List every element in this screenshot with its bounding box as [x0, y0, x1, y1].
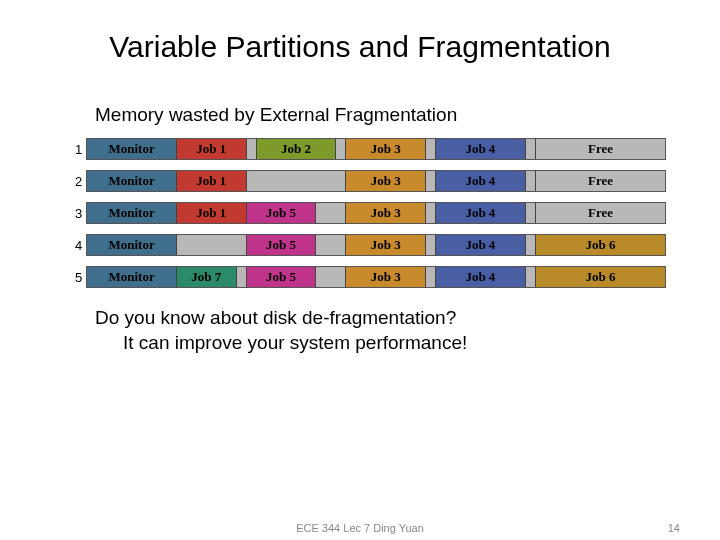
memory-bar: MonitorJob 1Job 3Job 4Free — [86, 170, 666, 192]
segment-gap — [177, 235, 247, 255]
slide-subtitle: Memory wasted by External Fragmentation — [95, 104, 680, 126]
segment-job3: Job 3 — [346, 235, 426, 255]
row-number: 4 — [75, 238, 82, 253]
bottom-text: Do you know about disk de-fragmentation?… — [95, 306, 680, 355]
segment-job6: Job 6 — [536, 235, 666, 255]
segment-gap — [247, 139, 257, 159]
segment-job3: Job 3 — [346, 171, 426, 191]
segment-monitor: Monitor — [87, 203, 177, 223]
segment-free: Free — [536, 139, 666, 159]
segment-gap — [316, 235, 346, 255]
slide-title: Variable Partitions and Fragmentation — [40, 30, 680, 64]
segment-job7: Job 7 — [177, 267, 237, 287]
segment-job5: Job 5 — [247, 267, 317, 287]
segment-job5: Job 5 — [247, 203, 317, 223]
segment-job3: Job 3 — [346, 203, 426, 223]
segment-monitor: Monitor — [87, 235, 177, 255]
memory-bar: MonitorJob 1Job 2Job 3Job 4Free — [86, 138, 666, 160]
segment-job2: Job 2 — [257, 139, 337, 159]
segment-gap — [247, 171, 347, 191]
segment-gap — [526, 203, 536, 223]
segment-monitor: Monitor — [87, 171, 177, 191]
segment-job6: Job 6 — [536, 267, 666, 287]
segment-gap — [426, 171, 436, 191]
row-number: 3 — [75, 206, 82, 221]
segment-job1: Job 1 — [177, 203, 247, 223]
bottom-line-2: It can improve your system performance! — [123, 331, 680, 356]
segment-job4: Job 4 — [436, 171, 526, 191]
segment-gap — [426, 203, 436, 223]
memory-row: 1MonitorJob 1Job 2Job 3Job 4Free — [75, 138, 660, 160]
segment-gap — [426, 267, 436, 287]
footer-course: ECE 344 Lec 7 Ding Yuan — [0, 522, 720, 534]
segment-gap — [526, 139, 536, 159]
segment-free: Free — [536, 171, 666, 191]
segment-gap — [316, 267, 346, 287]
segment-monitor: Monitor — [87, 139, 177, 159]
segment-gap — [526, 267, 536, 287]
row-number: 2 — [75, 174, 82, 189]
memory-row: 3MonitorJob 1Job 5Job 3Job 4Free — [75, 202, 660, 224]
segment-gap — [316, 203, 346, 223]
memory-bar: MonitorJob 7Job 5Job 3Job 4Job 6 — [86, 266, 666, 288]
segment-job5: Job 5 — [247, 235, 317, 255]
segment-job4: Job 4 — [436, 139, 526, 159]
segment-job4: Job 4 — [436, 203, 526, 223]
segment-job1: Job 1 — [177, 171, 247, 191]
segment-job4: Job 4 — [436, 267, 526, 287]
row-number: 1 — [75, 142, 82, 157]
segment-gap — [426, 139, 436, 159]
segment-gap — [237, 267, 247, 287]
memory-bar: MonitorJob 5Job 3Job 4Job 6 — [86, 234, 666, 256]
memory-row: 4MonitorJob 5Job 3Job 4Job 6 — [75, 234, 660, 256]
memory-bar: MonitorJob 1Job 5Job 3Job 4Free — [86, 202, 666, 224]
segment-gap — [526, 171, 536, 191]
segment-free: Free — [536, 203, 666, 223]
segment-gap — [336, 139, 346, 159]
footer-page-number: 14 — [668, 522, 680, 534]
segment-gap — [526, 235, 536, 255]
segment-job1: Job 1 — [177, 139, 247, 159]
segment-job3: Job 3 — [346, 267, 426, 287]
memory-row: 5MonitorJob 7Job 5Job 3Job 4Job 6 — [75, 266, 660, 288]
segment-gap — [426, 235, 436, 255]
bottom-line-1: Do you know about disk de-fragmentation? — [95, 306, 680, 331]
memory-rows: 1MonitorJob 1Job 2Job 3Job 4Free2Monitor… — [75, 138, 660, 288]
segment-monitor: Monitor — [87, 267, 177, 287]
segment-job4: Job 4 — [436, 235, 526, 255]
memory-row: 2MonitorJob 1Job 3Job 4Free — [75, 170, 660, 192]
segment-job3: Job 3 — [346, 139, 426, 159]
row-number: 5 — [75, 270, 82, 285]
